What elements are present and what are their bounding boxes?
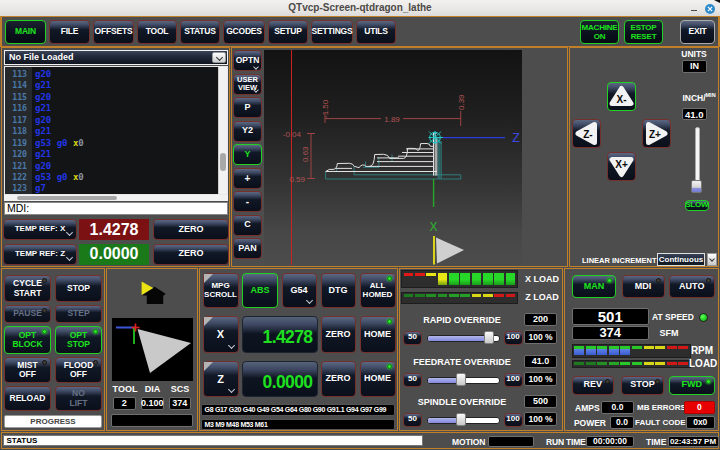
- estop-reset-button[interactable]: ESTOP RESET: [624, 20, 663, 44]
- auto-mode-button[interactable]: AUTO: [669, 275, 715, 298]
- step-button[interactable]: STEP: [55, 305, 102, 323]
- abs-button[interactable]: ABS: [242, 273, 278, 308]
- tab-offsets[interactable]: OFFSETS: [93, 20, 134, 44]
- x-load-label: X LOAD: [522, 274, 562, 284]
- spindle-min-button[interactable]: 50: [403, 413, 422, 427]
- tab-utils[interactable]: UTILS: [356, 20, 396, 44]
- opt-stop-button[interactable]: OPT STOP: [55, 326, 102, 354]
- gfx-y-view-button[interactable]: Y: [233, 144, 262, 165]
- jog-rate-slider-track[interactable]: [695, 127, 700, 188]
- rapid-override-slider[interactable]: [427, 335, 500, 342]
- amps-label: AMPS: [575, 403, 597, 413]
- tab-gcodes[interactable]: GCODES: [223, 20, 265, 44]
- no-lift-button[interactable]: NO LIFT: [55, 386, 102, 411]
- file-combo-arrow[interactable]: [212, 52, 226, 63]
- cycle-start-button[interactable]: CYCLE START: [4, 275, 51, 302]
- mist-button[interactable]: MIST OFF: [4, 357, 51, 383]
- dtg-button[interactable]: DTG: [321, 273, 356, 308]
- slider-handle[interactable]: [456, 413, 466, 426]
- home-x-button[interactable]: HOME: [360, 316, 396, 353]
- mpg-scroll-label: MPG SCROLL: [204, 282, 237, 300]
- slow-button[interactable]: SLOW: [685, 200, 709, 211]
- home-z-button[interactable]: HOME: [360, 361, 396, 397]
- gfx-pan-button[interactable]: PAN: [233, 238, 262, 259]
- chevron-down-icon: [709, 256, 715, 262]
- feedrate-override-slider[interactable]: [427, 377, 500, 384]
- tab-status[interactable]: STATUS: [180, 20, 220, 44]
- tab-main[interactable]: MAIN: [5, 20, 46, 44]
- zero-x-button[interactable]: ZERO: [153, 219, 229, 240]
- zero-z-button[interactable]: ZERO: [153, 244, 229, 265]
- program-stop-button[interactable]: STOP: [55, 275, 102, 302]
- spindle-fwd-button[interactable]: FWD: [669, 376, 715, 395]
- rapid-override-label: RAPID OVERRIDE: [400, 315, 524, 325]
- jog-rate-label: INCH/MIN: [670, 92, 720, 103]
- exit-button[interactable]: EXIT: [680, 20, 715, 44]
- jog-z-plus-button[interactable]: Z+: [642, 119, 671, 148]
- increment-combo[interactable]: Continuous: [657, 253, 705, 266]
- tab-tool[interactable]: TOOL: [137, 20, 177, 44]
- feedrate-max-button[interactable]: 100: [504, 373, 523, 387]
- g54-button[interactable]: G54: [282, 273, 317, 308]
- jog-x-plus-button[interactable]: X+: [607, 152, 636, 181]
- gfx-y2-view-button[interactable]: Y2: [233, 121, 262, 142]
- temp-ref-x-button[interactable]: TEMP REF: X: [3, 219, 77, 240]
- svg-text:Z-: Z-: [583, 128, 592, 139]
- slider-handle[interactable]: [456, 373, 466, 386]
- feedrate-min-button[interactable]: 50: [403, 373, 422, 387]
- increment-combo-arrow[interactable]: [707, 253, 717, 266]
- jog-x-minus-button[interactable]: X-: [607, 82, 636, 111]
- gfx-zoom-out-button[interactable]: -: [233, 191, 262, 212]
- file-combo[interactable]: No File Loaded: [4, 50, 228, 65]
- jog-z-minus-button[interactable]: Z-: [572, 119, 601, 148]
- all-homed-button[interactable]: ALL HOMED: [360, 273, 396, 308]
- tab-file[interactable]: FILE: [49, 20, 90, 44]
- gcode-line: 123g7: [5, 183, 215, 194]
- linear-increment-label: LINEAR INCREMENT: [582, 256, 657, 265]
- svg-text:X-: X-: [617, 94, 627, 105]
- rapid-min-button[interactable]: 50: [403, 331, 422, 345]
- opt-block-button[interactable]: OPT BLOCK: [4, 326, 51, 354]
- temp-ref-z-button[interactable]: TEMP REF: Z: [3, 244, 77, 265]
- tool-scs-value: 374: [169, 397, 192, 411]
- spindle-max-button[interactable]: 100: [504, 413, 523, 427]
- axis-z-button[interactable]: Z: [203, 361, 239, 397]
- tool-comment-box: [111, 414, 193, 428]
- spindle-rev-button[interactable]: REV: [572, 376, 614, 395]
- mpg-scroll-button[interactable]: MPG SCROLL: [203, 273, 239, 308]
- zero-x-axis-button[interactable]: ZERO: [321, 316, 356, 353]
- man-mode-button[interactable]: MAN: [572, 275, 616, 298]
- mdi-input[interactable]: MDI:: [4, 202, 228, 215]
- jog-rate-slider-handle[interactable]: [691, 180, 702, 193]
- tab-settings[interactable]: SETTINGS: [311, 20, 353, 44]
- axis-z-label: Z: [217, 373, 224, 385]
- gcode-vertical-scrollbar-thumb[interactable]: [220, 153, 226, 171]
- tab-setup[interactable]: SETUP: [268, 20, 308, 44]
- gfx-p-view-button[interactable]: P: [233, 97, 262, 118]
- spindle-stop-button[interactable]: STOP: [621, 376, 664, 395]
- axis-x-button[interactable]: X: [203, 316, 239, 353]
- gcode-horizontal-scrollbar-thumb[interactable]: [17, 196, 117, 200]
- spindle-override-slider[interactable]: [427, 417, 500, 424]
- minimize-button[interactable]: [691, 10, 697, 12]
- gfx-clear-button[interactable]: C: [233, 215, 262, 236]
- gremlin-preview[interactable]: 1.89 -1.50 0.39 -0.04 0.63 0.59: [264, 50, 522, 265]
- temp-ref-x-label: TEMP REF: X: [15, 225, 66, 234]
- gcode-viewer[interactable]: 113g20114g21115g20116g21117g20118g21119g…: [4, 66, 228, 195]
- gcode-horizontal-scrollbar[interactable]: [4, 195, 228, 201]
- machine-on-button[interactable]: MACHINE ON: [580, 20, 619, 44]
- gcode-vertical-scrollbar[interactable]: [218, 67, 227, 194]
- reload-button[interactable]: RELOAD: [4, 386, 51, 411]
- cycle-start-led: [42, 278, 47, 283]
- gfx-zoom-in-button[interactable]: +: [233, 168, 262, 189]
- flood-button[interactable]: FLOOD OFF: [55, 357, 102, 383]
- zero-z-axis-button[interactable]: ZERO: [321, 361, 356, 397]
- close-button[interactable]: [705, 4, 715, 14]
- gfx-user-view-button[interactable]: USER VIEW: [233, 74, 262, 95]
- slider-handle[interactable]: [484, 331, 494, 344]
- gfx-options-button[interactable]: OPTN: [233, 50, 262, 71]
- pause-button[interactable]: PAUSE: [4, 305, 51, 323]
- power-label: POWER: [573, 418, 606, 428]
- rapid-max-button[interactable]: 100: [504, 331, 523, 345]
- mdi-mode-button[interactable]: MDI: [622, 275, 665, 298]
